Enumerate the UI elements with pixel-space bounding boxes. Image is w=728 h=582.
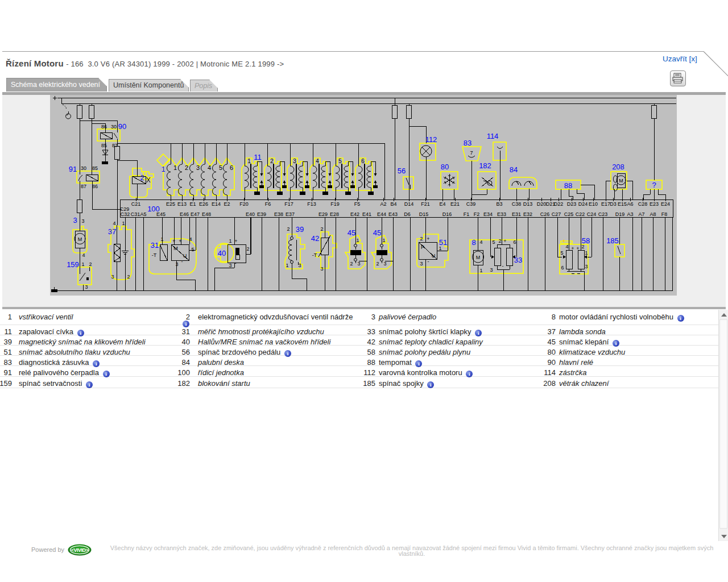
svg-text:C22: C22 (576, 211, 585, 217)
svg-text:+: + (503, 238, 506, 244)
svg-text:58: 58 (582, 236, 590, 245)
svg-text:E43: E43 (388, 211, 398, 217)
svg-text:+: + (234, 238, 237, 244)
svg-text:5: 5 (492, 239, 495, 245)
svg-text:D24: D24 (578, 201, 588, 207)
svg-text:1: 1 (122, 221, 125, 226)
svg-text:3: 3 (111, 274, 114, 280)
svg-text:C21: C21 (131, 201, 141, 207)
svg-text:2: 2 (420, 236, 423, 242)
svg-text:3: 3 (320, 266, 323, 272)
svg-text:E23: E23 (650, 201, 659, 207)
svg-text:5: 5 (338, 158, 342, 164)
svg-text:C38: C38 (512, 201, 522, 207)
svg-text:A7: A7 (638, 211, 644, 217)
svg-text:39: 39 (296, 225, 304, 234)
svg-text:2: 2 (287, 226, 289, 232)
svg-text:C26: C26 (540, 211, 550, 217)
svg-text:E46: E46 (180, 211, 189, 217)
svg-text:1: 1 (173, 164, 177, 171)
svg-text:<VIVID>: <VIVID> (71, 547, 89, 553)
svg-text:-T: -T (152, 252, 157, 258)
svg-text:3: 3 (175, 261, 178, 267)
svg-text:E40: E40 (246, 211, 255, 217)
svg-text:E41: E41 (362, 211, 371, 217)
svg-text:F19: F19 (330, 201, 340, 207)
svg-text:4: 4 (316, 158, 319, 164)
svg-text:56: 56 (398, 167, 406, 175)
svg-text:E33: E33 (497, 211, 506, 217)
svg-text:E37: E37 (286, 211, 295, 217)
svg-text:1: 1 (286, 263, 288, 268)
svg-text:C24: C24 (587, 211, 597, 217)
svg-text:E15: E15 (618, 201, 627, 207)
svg-text:6: 6 (361, 158, 365, 164)
svg-text:E2: E2 (224, 201, 230, 207)
svg-text:1: 1 (479, 268, 482, 273)
svg-text:-: - (428, 259, 429, 264)
svg-text:42: 42 (311, 234, 319, 243)
svg-text:E39: E39 (257, 211, 266, 217)
svg-text:30: 30 (111, 124, 117, 130)
svg-text:E48: E48 (202, 211, 211, 217)
svg-text:2: 2 (246, 246, 249, 252)
svg-text:E45: E45 (156, 211, 166, 217)
svg-text:6: 6 (230, 164, 233, 171)
svg-text:C27: C27 (552, 211, 561, 217)
svg-text:30: 30 (81, 165, 86, 171)
svg-text:C31: C31 (131, 211, 140, 217)
svg-text:84: 84 (510, 165, 518, 174)
svg-text:B4: B4 (390, 201, 396, 207)
svg-text:+: + (571, 246, 574, 251)
svg-text:33: 33 (514, 256, 522, 264)
svg-text:3: 3 (383, 261, 386, 267)
svg-text:F1: F1 (464, 211, 470, 217)
svg-text:D14: D14 (404, 201, 414, 207)
svg-text:F5: F5 (354, 201, 361, 207)
svg-text:2: 2 (350, 261, 353, 267)
svg-text:4: 4 (113, 221, 115, 226)
svg-text:+: + (179, 238, 181, 244)
svg-text:3: 3 (81, 218, 84, 224)
svg-text:F8: F8 (661, 211, 668, 217)
svg-text:M: M (476, 255, 481, 260)
svg-text:M: M (619, 178, 623, 184)
svg-text:2: 2 (270, 158, 274, 164)
svg-text:U: U (183, 253, 187, 259)
svg-text:E42: E42 (350, 211, 359, 217)
svg-text:E14: E14 (212, 201, 221, 207)
svg-text:-: - (235, 260, 237, 266)
svg-text:37: 37 (108, 227, 116, 236)
svg-text:1: 1 (382, 238, 385, 243)
svg-text:D15: D15 (419, 211, 429, 217)
svg-text:A8: A8 (650, 211, 656, 217)
svg-text:M: M (173, 246, 178, 251)
svg-text:D16: D16 (442, 211, 452, 217)
svg-text:8: 8 (471, 238, 475, 247)
svg-text:85: 85 (92, 165, 98, 171)
svg-text:2: 2 (185, 164, 188, 171)
svg-text:F2: F2 (474, 211, 480, 217)
svg-text:C23: C23 (598, 211, 608, 217)
svg-text:2: 2 (376, 261, 379, 267)
svg-text:2: 2 (89, 261, 92, 267)
svg-text:D19: D19 (615, 211, 625, 217)
svg-text:A5: A5 (140, 211, 146, 217)
svg-text:88: 88 (564, 181, 572, 190)
svg-text:1: 1 (229, 238, 231, 244)
svg-text:86: 86 (92, 184, 98, 189)
svg-text:3: 3 (585, 264, 588, 269)
svg-text:D13: D13 (523, 201, 533, 207)
svg-text:E47: E47 (191, 211, 200, 217)
svg-text:6: 6 (513, 239, 516, 245)
svg-text:E17: E17 (601, 201, 610, 207)
svg-text:E29: E29 (318, 211, 328, 217)
svg-text:5: 5 (191, 247, 194, 252)
svg-text:3: 3 (73, 216, 77, 225)
svg-text:E25: E25 (166, 201, 175, 207)
svg-text:1: 1 (356, 238, 359, 243)
svg-text:1: 1 (162, 165, 166, 173)
svg-text:+: + (172, 238, 175, 244)
svg-text:E10: E10 (589, 201, 598, 207)
svg-text:51: 51 (439, 238, 447, 247)
